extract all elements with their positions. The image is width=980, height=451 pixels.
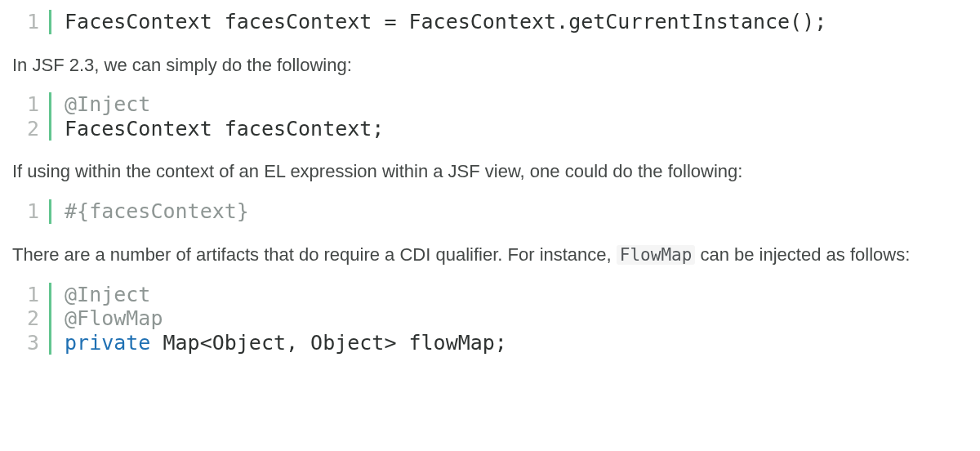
code-content: @Inject@FlowMapprivate Map<Object, Objec… xyxy=(51,283,507,355)
line-number: 1 xyxy=(27,10,39,34)
code-block-1: 1 FacesContext facesContext = FacesConte… xyxy=(27,10,968,34)
prose-paragraph-1: In JSF 2.3, we can simply do the followi… xyxy=(12,52,968,78)
code-token: @Inject xyxy=(65,283,150,306)
code-block-2: 12 @InjectFacesContext facesContext; xyxy=(27,92,968,141)
code-token: FacesContext facesContext = FacesContext… xyxy=(65,10,826,33)
code-token: @Inject xyxy=(65,92,150,116)
code-token: #{facesContext} xyxy=(65,199,249,223)
code-token: private xyxy=(65,331,150,355)
code-line-numbers: 1 xyxy=(27,199,51,224)
code-line-numbers: 123 xyxy=(27,283,51,355)
line-number: 2 xyxy=(27,117,39,141)
line-number: 3 xyxy=(27,331,39,355)
code-line-numbers: 1 xyxy=(27,10,51,34)
code-line-numbers: 12 xyxy=(27,92,51,141)
line-number: 2 xyxy=(27,306,39,331)
code-line: @Inject xyxy=(65,283,507,307)
line-number: 1 xyxy=(27,283,39,307)
code-block-4: 123 @Inject@FlowMapprivate Map<Object, O… xyxy=(27,283,968,355)
code-line: @Inject xyxy=(65,92,384,117)
code-line: FacesContext facesContext; xyxy=(65,117,384,141)
code-line: private Map<Object, Object> flowMap; xyxy=(65,331,507,355)
line-number: 1 xyxy=(27,199,39,224)
code-content: @InjectFacesContext facesContext; xyxy=(51,92,384,141)
code-token: @FlowMap xyxy=(65,306,163,330)
code-content: #{facesContext} xyxy=(51,199,249,224)
code-content: FacesContext facesContext = FacesContext… xyxy=(51,10,826,34)
code-line: #{facesContext} xyxy=(65,199,249,224)
code-line: FacesContext facesContext = FacesContext… xyxy=(65,10,826,34)
inline-code-flowmap: FlowMap xyxy=(617,245,696,265)
prose-text: can be injected as follows: xyxy=(695,244,910,265)
code-token: FacesContext facesContext; xyxy=(65,117,384,141)
line-number: 1 xyxy=(27,92,39,117)
code-block-3: 1 #{facesContext} xyxy=(27,199,968,224)
code-line: @FlowMap xyxy=(65,306,507,331)
prose-paragraph-3: There are a number of artifacts that do … xyxy=(12,242,968,268)
prose-paragraph-2: If using within the context of an EL exp… xyxy=(12,159,968,185)
prose-text: There are a number of artifacts that do … xyxy=(12,244,617,265)
code-token: Map<Object, Object> flowMap; xyxy=(150,331,507,355)
